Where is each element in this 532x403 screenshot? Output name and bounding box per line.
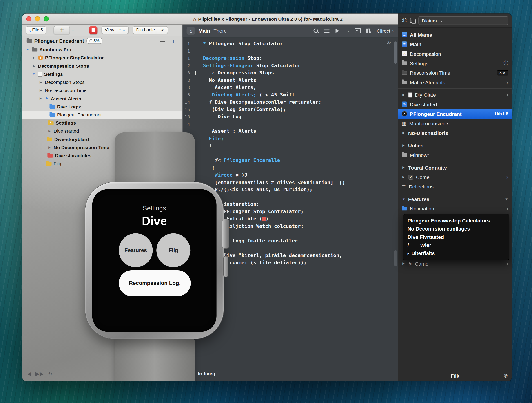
minimize-button[interactable] — [35, 16, 40, 21]
inspector-item[interactable]: Matire Atenants› — [398, 77, 512, 87]
disclosure-triangle[interactable]: ▼ — [402, 197, 405, 201]
inspector-item[interactable]: Notimation› — [398, 204, 512, 213]
chevron-right-icon[interactable]: › — [507, 261, 508, 266]
search-icon[interactable] — [313, 28, 319, 33]
disclosure-triangle[interactable]: ▶ — [32, 64, 36, 67]
add-button[interactable]: + — [54, 26, 70, 34]
inspector-item[interactable]: Mantproconsients — [398, 118, 512, 128]
tree-item[interactable]: Setttings — [22, 119, 182, 127]
disclosure-triangle[interactable]: ▼ — [32, 72, 36, 76]
inspector-item[interactable]: All Mame — [398, 30, 512, 39]
copy-icon[interactable] — [410, 18, 415, 23]
disclosure-triangle[interactable]: ▼ — [26, 48, 30, 51]
watch-recompression-button[interactable]: Recompession Log. — [119, 270, 191, 296]
inspector-item[interactable]: ▼Features▼ — [398, 194, 512, 204]
code-fold-icon[interactable]: ≫ — [387, 40, 391, 45]
tree-item[interactable]: ▶Assent Alerts — [22, 94, 182, 103]
disclosure-triangle[interactable]: ▶ — [39, 97, 43, 100]
editor-scrollbar[interactable] — [394, 39, 397, 377]
tab-main[interactable]: Main — [198, 28, 210, 34]
tree-item[interactable]: ▼Settings — [22, 70, 182, 78]
asterisk-circle-icon[interactable]: ⊛ — [503, 372, 508, 379]
disclosure-triangle[interactable]: ▶ — [47, 146, 51, 149]
chevron-down-icon[interactable]: ⌄ — [347, 29, 350, 33]
forward-action-icon[interactable] — [335, 28, 341, 33]
inspector-item[interactable]: PFlongeur Encudrant1kb.L8 — [398, 109, 512, 118]
tree-item[interactable]: Dive-storyblard — [22, 135, 182, 143]
inspector-item[interactable]: Dive started — [398, 99, 512, 109]
disclosure-triangle[interactable]: ▶ — [47, 129, 51, 133]
project-header[interactable]: Pllongeur Encadrant 8% — ↑ — [22, 36, 182, 46]
tree-item[interactable]: ▼Aumboow Fro — [22, 46, 182, 53]
chevron-right-icon[interactable]: › — [507, 92, 508, 98]
back-button[interactable]: ‹ File 5 — [26, 26, 46, 34]
inspector-item[interactable]: ▶Unlies — [398, 141, 512, 150]
inspector-item[interactable]: Minnowt — [398, 150, 512, 160]
disclosure-triangle[interactable]: ▶ — [402, 175, 405, 179]
tree-item[interactable]: ▶No-Décopsion Time — [22, 86, 182, 94]
disclosure-triangle[interactable]: ▶ — [39, 89, 43, 92]
tree-item[interactable]: ▶No Decompression Time — [22, 143, 182, 151]
chevron-right-icon[interactable]: › — [507, 174, 508, 180]
disclosure-triangle[interactable]: ▶ — [402, 262, 405, 265]
collapse-icon[interactable]: — — [160, 38, 165, 43]
up-arrow-icon[interactable]: ↑ — [172, 38, 175, 44]
breadcrumb[interactable]: Clirect › — [377, 28, 394, 34]
tree-item[interactable]: ▶Decompsion Stops — [22, 78, 182, 86]
inspector-item[interactable]: ▶Come› — [398, 172, 512, 182]
inspector-item[interactable]: Settingsⓘ — [398, 58, 512, 68]
popover-item[interactable]: ▸Diterfialts — [404, 249, 509, 257]
popover-item[interactable]: Plongeur Encawastop Calculators — [404, 217, 509, 225]
din-dropdown[interactable]: Din Ladle ✓ — [133, 26, 168, 34]
close-button[interactable] — [26, 16, 31, 21]
chevron-down-icon[interactable]: ⌄ — [71, 28, 74, 32]
forward-arrows-icon[interactable]: ▶▶ — [36, 370, 44, 377]
back-arrow-icon[interactable]: ◀ — [27, 370, 32, 377]
watch-features-button[interactable]: Features — [119, 234, 153, 267]
bookmark-button[interactable] — [89, 26, 97, 34]
filter-dropdown[interactable]: Diaturs ⌄ — [418, 16, 508, 25]
code-lines[interactable]: 1 * Pflongeur Stop Calculator11 Decompre… — [183, 37, 398, 281]
tree-item[interactable]: ▶Dive started — [22, 127, 182, 135]
inspector-item[interactable]: ▶Toural Connuity — [398, 162, 512, 172]
tree-item[interactable]: Dive staractules — [22, 152, 182, 160]
titlebar[interactable]: ⌂ Plipiclilee x Pllongeur - Encawraon Ul… — [22, 13, 398, 24]
disclosure-triangle[interactable]: ▶ — [402, 93, 405, 97]
inspector-item[interactable]: ▶Came› — [398, 259, 512, 268]
inspector-item[interactable]: Main — [398, 39, 512, 49]
disclosure-triangle[interactable]: ▶ — [402, 131, 405, 135]
tab-there[interactable]: There — [213, 28, 227, 34]
chevron-right-icon[interactable]: › — [507, 79, 508, 85]
code-line: { — [183, 230, 398, 237]
disclosure-triangle[interactable]: ▶ — [39, 80, 43, 84]
popover-item[interactable]: Dive Fivrtaated — [404, 233, 509, 241]
tree-item[interactable]: Plongeur Encaudrant — [22, 111, 182, 119]
inspector-item[interactable]: ▶No-Discneziioris — [398, 128, 512, 137]
refresh-icon[interactable]: ↻ — [48, 370, 52, 377]
close-badges[interactable]: ✕✕ — [497, 70, 508, 75]
tree-item[interactable]: Filg — [22, 160, 182, 168]
tree-item[interactable]: ▶PFlongeur StopCalculator — [22, 54, 182, 62]
watch-fllg-button[interactable]: Fllg — [156, 234, 190, 267]
tree-item[interactable]: ▶Decomspession Stops — [22, 62, 182, 70]
caret-down-icon[interactable]: ▼ — [505, 197, 508, 201]
popover-item[interactable]: / Wier — [404, 241, 509, 249]
scrollbar-thumb[interactable] — [394, 41, 397, 64]
disclosure-triangle[interactable]: ▶ — [402, 144, 405, 147]
disclosure-triangle[interactable]: ▶ — [402, 166, 405, 169]
zoom-button[interactable] — [44, 16, 49, 21]
inspector-item[interactable]: Decompasion — [398, 49, 512, 58]
library-icon[interactable] — [366, 28, 372, 33]
image-icon[interactable] — [355, 28, 361, 33]
chevron-right-icon[interactable]: › — [507, 206, 508, 211]
inspector-item[interactable]: Dellections — [398, 182, 512, 191]
menu-lines-icon[interactable] — [324, 28, 330, 33]
command-icon[interactable]: ⌘ — [402, 17, 407, 24]
inspector-item[interactable]: ▶Diy Glate› — [398, 90, 512, 99]
tree-item[interactable]: Dive Logs: — [22, 103, 182, 111]
popover-item[interactable]: No Decomrsion cunllages — [404, 225, 509, 233]
inspector-item[interactable]: Rescorssion Time✕✕ — [398, 68, 512, 77]
view-dropdown[interactable]: View .. * ⌄ — [101, 26, 129, 34]
disclosure-triangle[interactable]: ▶ — [32, 56, 36, 59]
editor-home-icon[interactable]: ⌂ — [187, 27, 195, 34]
